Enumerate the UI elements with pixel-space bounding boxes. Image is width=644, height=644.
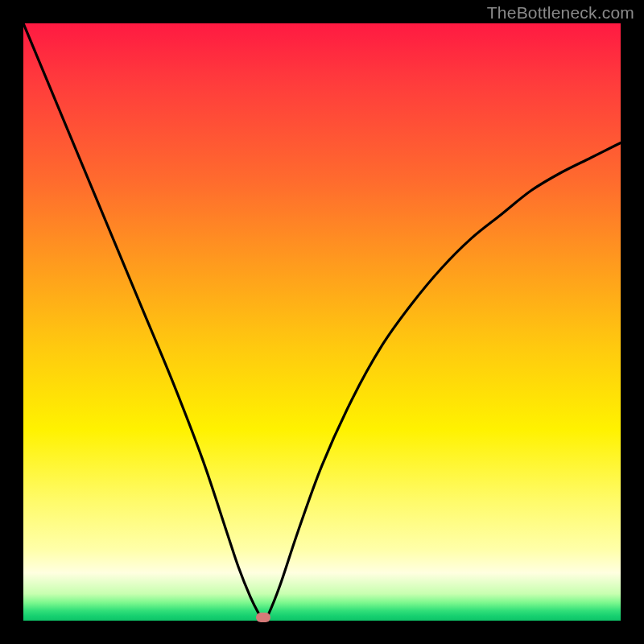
optimal-marker <box>256 613 270 622</box>
chart-frame: TheBottleneck.com <box>0 0 644 644</box>
bottleneck-curve <box>23 23 621 621</box>
chart-plot-area <box>23 23 621 621</box>
watermark-text: TheBottleneck.com <box>487 3 634 23</box>
